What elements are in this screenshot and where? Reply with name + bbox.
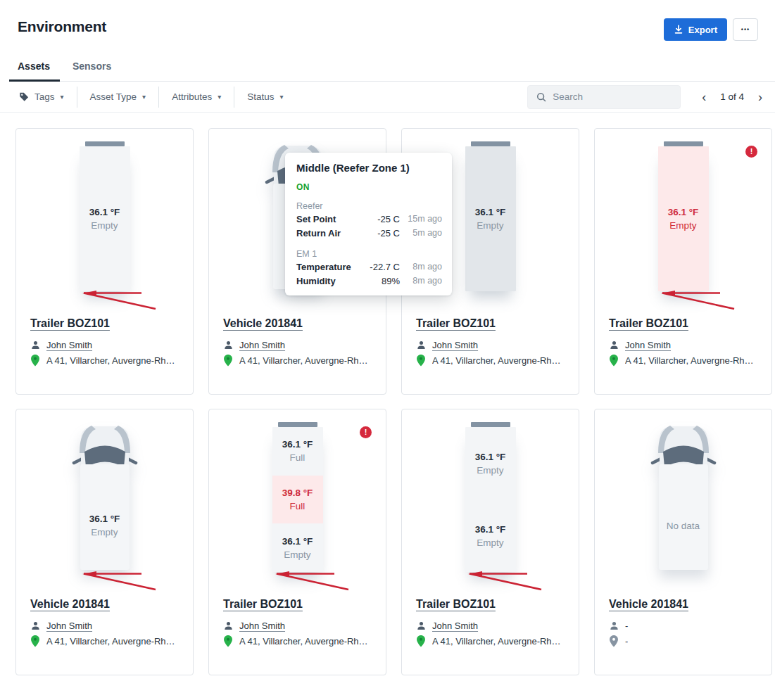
next-page-button[interactable]: ›: [755, 89, 765, 105]
location-row: -: [609, 633, 757, 649]
sensor-reading-row: Humidity 89% 8m ago: [296, 274, 442, 288]
driver-link[interactable]: John Smith: [432, 621, 478, 631]
location-row: A 41, Villarcher, Auvergne-Rhône-Al...: [609, 352, 757, 368]
tag-icon: [19, 91, 29, 102]
asset-card[interactable]: 36.1 °F Empty Vehicle 201841 John Smith: [15, 409, 194, 675]
environment-page: Environment Export ••• Assets Sensors Ta…: [0, 0, 775, 700]
sensor-reading-row: Temperature -22.7 C 8m ago: [296, 260, 442, 274]
asset-title-link[interactable]: Vehicle 201841: [223, 317, 303, 330]
pagination: ‹ 1 of 4 ›: [699, 89, 768, 105]
door-open-indicator: [467, 571, 546, 592]
asset-card[interactable]: ! 36.1 °F Full 39.8 °F Full 36.1 °: [208, 409, 386, 675]
asset-title-link[interactable]: Trailer BOZ101: [30, 317, 110, 330]
trailer-body: 36.1 °F Empty 36.1 °F Empty: [465, 427, 516, 572]
filter-attributes[interactable]: Attributes ▾: [158, 87, 234, 108]
reading-value: -25 C: [362, 228, 400, 238]
driver-link[interactable]: John Smith: [432, 340, 478, 350]
driver-row: John Smith: [223, 618, 372, 633]
driver-row: John Smith: [609, 337, 757, 352]
asset-card[interactable]: Middle (Reefer Zone 1) ON Reefer Set Poi…: [208, 128, 386, 395]
filter-tags-label: Tags: [34, 91, 55, 102]
page-indicator: 1 of 4: [720, 91, 744, 102]
temperature-zone: 36.1 °F Empty: [465, 146, 516, 291]
location-row: A 41, Villarcher, Auvergne-Rhône-Al...: [30, 352, 179, 368]
chevron-down-icon: ▾: [218, 93, 221, 101]
driver-link[interactable]: John Smith: [625, 340, 671, 350]
asset-card[interactable]: No data Vehicle 201841 - -: [594, 409, 772, 675]
search-box[interactable]: [527, 85, 681, 109]
location-text: A 41, Villarcher, Auvergne-Rhône-Al...: [239, 355, 372, 366]
reading-value: 89%: [362, 276, 400, 286]
header-actions: Export •••: [664, 18, 758, 41]
chevron-down-icon: ▾: [279, 93, 283, 101]
location-text: -: [625, 636, 628, 647]
asset-card[interactable]: 36.1 °F Empty 36.1 °F Empty: [401, 409, 579, 675]
asset-title-link[interactable]: Vehicle 201841: [30, 598, 110, 611]
trailer-front-bar: [85, 141, 125, 146]
driver-link[interactable]: John Smith: [46, 621, 92, 631]
filter-asset-type[interactable]: Asset Type ▾: [77, 87, 159, 108]
driver-link[interactable]: John Smith: [46, 340, 92, 350]
location-row: A 41, Villarcher, Auvergne-Rhône-Al...: [223, 633, 372, 649]
trailer-body: 36.1 °F Empty: [80, 146, 130, 291]
location-pin-icon: [30, 635, 40, 647]
asset-title-link[interactable]: Trailer BOZ101: [416, 317, 496, 330]
sensor-reading-row: Return Air -25 C 5m ago: [296, 226, 442, 240]
prev-page-button[interactable]: ‹: [699, 89, 709, 105]
search-input[interactable]: [553, 91, 672, 102]
chevron-down-icon: ▾: [142, 93, 146, 101]
driver-icon: [609, 621, 619, 630]
temperature-zone: 36.1 °F Full: [272, 427, 323, 476]
driver-row: John Smith: [223, 337, 372, 352]
temperature-zone: 36.1 °F Empty: [465, 499, 516, 572]
reading-time: 8m ago: [400, 276, 442, 286]
driver-icon: [416, 621, 426, 630]
vehicle-graphic: 36.1 °F Empty: [16, 409, 193, 587]
reading-label: Temperature: [296, 262, 362, 272]
location-pin-icon: [223, 355, 233, 367]
export-button[interactable]: Export: [664, 18, 727, 41]
door-open-indicator: [274, 571, 353, 592]
location-text: A 41, Villarcher, Auvergne-Rhône-Al...: [432, 636, 565, 647]
driver-row: John Smith: [30, 618, 179, 633]
more-actions-button[interactable]: •••: [733, 18, 758, 41]
trailer-body: 36.1 °F Full 39.8 °F Full 36.1 °F Empty: [272, 427, 323, 572]
trailer-graphic: 36.1 °F Empty: [16, 129, 193, 306]
tab-sensors[interactable]: Sensors: [63, 61, 121, 81]
door-open-indicator: [660, 291, 738, 312]
asset-card[interactable]: ! 36.1 °F Empty Traile: [594, 128, 772, 395]
driver-link[interactable]: John Smith: [239, 621, 285, 631]
driver-link[interactable]: John Smith: [239, 340, 285, 350]
temperature-zone: 36.1 °F Empty: [272, 523, 323, 572]
location-pin-icon: [223, 635, 233, 647]
location-text: A 41, Villarcher, Auvergne-Rhône-Al...: [432, 355, 565, 366]
asset-card[interactable]: 36.1 °F Empty Trailer BOZ101 John Smith: [15, 128, 194, 395]
alert-icon: !: [360, 426, 372, 438]
asset-title-link[interactable]: Trailer BOZ101: [609, 317, 688, 330]
trailer-front-bar: [278, 422, 317, 427]
location-pin-icon: [416, 355, 426, 367]
filter-tags[interactable]: Tags ▾: [18, 87, 77, 108]
asset-title-link[interactable]: Trailer BOZ101: [416, 598, 496, 611]
location-pin-icon: [609, 355, 619, 367]
asset-title-link[interactable]: Vehicle 201841: [609, 598, 688, 611]
asset-card-grid: 36.1 °F Empty Trailer BOZ101 John Smith: [0, 113, 775, 689]
trailer-front-bar: [471, 422, 510, 427]
no-data-zone: No data: [595, 521, 771, 531]
temperature-zone-alert: 39.8 °F Full: [272, 476, 323, 524]
location-row: A 41, Villarcher, Auvergne-Rhône-Al...: [416, 352, 565, 368]
driver-icon: [609, 341, 619, 350]
tab-assets[interactable]: Assets: [9, 61, 60, 81]
driver-icon: [223, 341, 233, 350]
trailer-front-bar: [471, 141, 510, 146]
location-pin-icon: [30, 355, 40, 367]
reading-label: Return Air: [296, 228, 362, 238]
asset-title-link[interactable]: Trailer BOZ101: [223, 598, 303, 611]
temperature-zone: 36.1 °F Empty: [16, 514, 193, 537]
trailer-graphic: ! 36.1 °F Full 39.8 °F Full 36.1 °: [209, 409, 386, 587]
reading-value: -25 C: [362, 214, 400, 224]
location-row: A 41, Villarcher, Auvergne-Rhône-Al...: [416, 633, 565, 649]
filter-status[interactable]: Status ▾: [234, 87, 296, 108]
sensor-reading-row: Set Point -25 C 15m ago: [296, 212, 442, 226]
location-pin-icon: [609, 635, 619, 647]
